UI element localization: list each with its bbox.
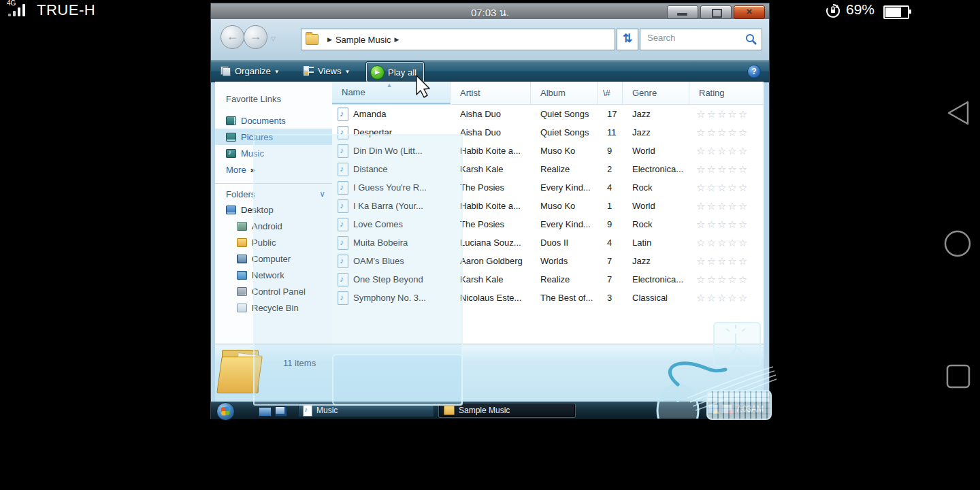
rating-stars[interactable]: ☆☆☆☆☆ <box>689 108 764 120</box>
column-header-row: Name ▲ Artist Album \# Genre Rating <box>332 82 764 105</box>
refresh-button[interactable]: ⇅ <box>617 29 638 50</box>
search-box[interactable] <box>640 29 762 50</box>
music-file-icon <box>338 255 348 268</box>
breadcrumb-crumb[interactable]: Sample Music <box>336 35 391 45</box>
table-row[interactable]: Din Din Wo (Litt...Habib Koite a...Muso … <box>332 142 764 160</box>
sidebar-item-documents[interactable]: Documents <box>215 112 332 129</box>
rating-stars[interactable]: ☆☆☆☆☆ <box>689 255 764 267</box>
cell-genre: Latin <box>623 238 689 248</box>
taskbar-button-sample-music[interactable]: Sample Music <box>439 404 575 417</box>
window-title-bar[interactable]: 07:03 น. × <box>211 3 769 20</box>
table-row[interactable]: DistanceKarsh KaleRealize2Electronica...… <box>332 160 764 178</box>
cell-artist: The Posies <box>451 219 531 229</box>
table-row[interactable]: I Guess You're R...The PosiesEvery Kind.… <box>332 178 764 197</box>
table-row[interactable]: OAM's BluesAaron GoldbergWorlds7Jazz☆☆☆☆… <box>332 252 764 270</box>
back-nav-button[interactable]: ← <box>220 25 244 49</box>
rating-stars[interactable]: ☆☆☆☆☆ <box>689 274 764 286</box>
tree-item-label: Computer <box>252 254 291 264</box>
tree-item-public[interactable]: Public <box>215 234 332 250</box>
back-button[interactable] <box>943 99 973 127</box>
minimize-button[interactable] <box>667 5 698 19</box>
close-button[interactable]: × <box>734 5 765 19</box>
folder-icon <box>444 406 455 415</box>
column-header-album[interactable]: Album <box>531 82 598 104</box>
switch-windows-icon[interactable] <box>275 406 287 416</box>
rating-stars[interactable]: ☆☆☆☆☆ <box>689 163 764 176</box>
play-icon: ▶ <box>370 65 385 80</box>
tree-item-desktop[interactable]: Desktop <box>215 201 332 218</box>
rating-stars[interactable]: ☆☆☆☆☆ <box>689 200 764 212</box>
rating-stars[interactable]: ☆☆☆☆☆ <box>689 182 764 194</box>
cell-genre: Electronica... <box>623 274 689 284</box>
show-desktop-icon[interactable] <box>259 407 272 416</box>
music-file-icon <box>338 108 348 121</box>
organize-icon <box>220 66 231 76</box>
mouse-cursor <box>411 74 431 100</box>
sidebar-item-label: Pictures <box>241 132 273 142</box>
table-row[interactable]: I Ka Barra (Your...Habib Koite a...Muso … <box>332 197 764 215</box>
control-panel-icon <box>237 287 247 296</box>
tree-item-recycle-bin[interactable]: Recycle Bin <box>215 299 332 316</box>
sidebar-item-pictures[interactable]: Pictures <box>215 129 332 145</box>
music-note-icon <box>303 405 312 416</box>
cell-name: I Guess You're R... <box>332 181 451 195</box>
tree-item-android[interactable]: Android <box>215 218 332 234</box>
rating-stars[interactable]: ☆☆☆☆☆ <box>689 237 764 249</box>
sidebar-item-more[interactable]: More » <box>215 161 332 178</box>
cell-album: Realize <box>531 274 598 284</box>
cell-album: Realize <box>531 164 598 174</box>
maximize-button[interactable] <box>700 5 732 19</box>
forward-nav-button[interactable]: → <box>244 25 267 49</box>
table-row[interactable]: Muita BobeiraLuciana Souz...Duos II4Lati… <box>332 233 764 252</box>
column-header-genre[interactable]: Genre <box>623 82 689 104</box>
start-button[interactable] <box>216 402 235 421</box>
table-row[interactable]: DespertarAisha DuoQuiet Songs11Jazz☆☆☆☆☆ <box>332 123 764 142</box>
search-input[interactable] <box>646 32 737 44</box>
cell-album: Quiet Songs <box>531 127 598 137</box>
command-toolbar: Organize ▼ Views ▼ ▶ Play all ? <box>211 60 769 82</box>
recents-button[interactable] <box>945 363 972 390</box>
cell-name: I Ka Barra (Your... <box>332 199 451 213</box>
system-tray: 7:03AM <box>708 404 764 414</box>
breadcrumb-arrow-icon[interactable]: ▶ <box>395 36 399 43</box>
column-header-artist[interactable]: Artist <box>451 82 531 104</box>
open-folder-icon <box>218 346 268 399</box>
column-header-rating[interactable]: Rating <box>689 82 764 104</box>
home-button[interactable] <box>943 229 973 259</box>
tree-item-label: Network <box>252 270 284 280</box>
rating-stars[interactable]: ☆☆☆☆☆ <box>689 292 764 304</box>
tree-item-control-panel[interactable]: Control Panel <box>215 283 332 299</box>
cell-artist: The Posies <box>451 182 531 193</box>
rating-stars[interactable]: ☆☆☆☆☆ <box>689 127 764 139</box>
music-file-icon <box>338 199 348 213</box>
folders-header[interactable]: Folders ∨ <box>215 186 332 201</box>
music-file-icon <box>338 181 348 195</box>
tree-item-computer[interactable]: Computer <box>215 250 332 267</box>
column-header-track-number[interactable]: \# <box>598 82 623 104</box>
tray-network-icon[interactable] <box>722 404 732 414</box>
cell-artist: Habib Koite a... <box>451 146 531 156</box>
table-row[interactable]: AmandaAisha DuoQuiet Songs17Jazz☆☆☆☆☆ <box>332 105 764 123</box>
taskbar-button-music[interactable]: Music <box>298 404 434 417</box>
rating-stars[interactable]: ☆☆☆☆☆ <box>689 145 764 157</box>
help-button[interactable]: ? <box>747 65 761 78</box>
views-menu-button[interactable]: Views ▼ <box>304 60 350 82</box>
recent-pages-dropdown-icon[interactable]: ▽ <box>271 35 276 42</box>
cell-track-number: 17 <box>598 109 623 119</box>
music-file-icon <box>338 291 348 305</box>
table-row[interactable]: Symphony No. 3...Nicolaus Este...The Bes… <box>332 289 764 307</box>
tree-item-network[interactable]: Network <box>215 267 332 283</box>
sort-ascending-icon: ▲ <box>387 82 393 88</box>
breadcrumb[interactable]: ▶ Sample Music ▶ <box>301 29 615 50</box>
table-row[interactable]: Love ComesThe PosiesEvery Kind...9Rock☆☆… <box>332 215 764 233</box>
tree-item-label: Desktop <box>241 205 274 215</box>
column-header-name[interactable]: Name ▲ <box>332 82 451 104</box>
cell-artist: Habib Koite a... <box>451 201 531 211</box>
table-row[interactable]: One Step BeyondKarsh KaleRealize7Electro… <box>332 270 764 289</box>
cell-album: Every Kind... <box>531 219 598 229</box>
breadcrumb-arrow-icon[interactable]: ▶ <box>327 36 332 43</box>
tray-warning-icon[interactable] <box>708 404 719 414</box>
organize-menu-button[interactable]: Organize ▼ <box>220 60 280 82</box>
sidebar-item-music[interactable]: Music <box>215 145 332 161</box>
rating-stars[interactable]: ☆☆☆☆☆ <box>689 218 764 231</box>
